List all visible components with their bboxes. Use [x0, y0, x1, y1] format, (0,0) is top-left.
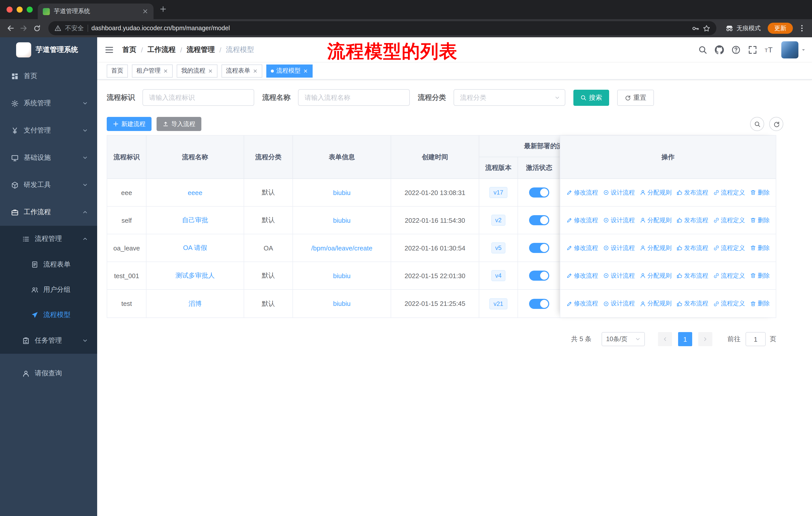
process-name-input[interactable] — [298, 89, 410, 106]
breadcrumb-link[interactable]: 首页 — [122, 45, 137, 54]
key-icon[interactable] — [692, 24, 699, 32]
traffic-light-zoom[interactable] — [27, 6, 33, 12]
tab-close-icon[interactable] — [142, 8, 148, 15]
action-process-definition[interactable]: 流程定义 — [713, 216, 745, 224]
github-icon[interactable] — [715, 45, 724, 54]
reset-button[interactable]: 重置 — [617, 89, 654, 106]
active-toggle[interactable] — [529, 299, 549, 309]
action-edit-process[interactable]: 修改流程 — [566, 271, 598, 280]
active-toggle[interactable] — [529, 243, 549, 253]
prev-page-button[interactable] — [658, 332, 672, 346]
import-process-button[interactable]: 导入流程 — [156, 117, 201, 131]
action-publish-process[interactable]: 发布流程 — [676, 271, 708, 280]
process-name-link[interactable]: 滔博 — [188, 299, 202, 308]
action-publish-process[interactable]: 发布流程 — [676, 188, 708, 197]
browser-tab[interactable]: 芋道管理系统 — [38, 3, 153, 19]
close-icon[interactable] — [163, 68, 168, 73]
traffic-light-minimize[interactable] — [17, 6, 23, 12]
action-delete[interactable]: 删除 — [750, 216, 770, 224]
action-assign-rule[interactable]: 分配规则 — [640, 244, 671, 252]
sidebar-item-home[interactable]: 首页 — [0, 62, 97, 90]
sidebar-item-leave-query[interactable]: 请假查询 — [0, 360, 22, 386]
action-assign-rule[interactable]: 分配规则 — [640, 216, 671, 224]
process-category-select[interactable]: 流程分类 — [454, 89, 565, 106]
action-delete[interactable]: 删除 — [750, 188, 770, 197]
action-edit-process[interactable]: 修改流程 — [566, 244, 598, 252]
action-design-process[interactable]: 设计流程 — [603, 244, 635, 252]
search-icon[interactable] — [698, 45, 707, 54]
close-icon[interactable] — [253, 68, 258, 73]
forward-icon[interactable] — [17, 22, 30, 35]
goto-page-input[interactable] — [746, 332, 766, 346]
active-toggle[interactable] — [529, 215, 549, 225]
action-publish-process[interactable]: 发布流程 — [676, 244, 708, 252]
bookmark-star-icon[interactable] — [703, 24, 710, 32]
toggle-search-button[interactable] — [750, 117, 764, 131]
user-menu[interactable] — [781, 41, 806, 58]
action-process-definition[interactable]: 流程定义 — [713, 271, 745, 280]
action-edit-process[interactable]: 修改流程 — [566, 188, 598, 197]
sidebar-item-process-form[interactable]: 流程表单 — [0, 252, 97, 277]
breadcrumb-link[interactable]: 工作流程 — [147, 45, 176, 54]
tag-tenant-management[interactable]: 租户管理 — [132, 64, 173, 77]
action-assign-rule[interactable]: 分配规则 — [640, 299, 671, 308]
sidebar-item-workflow[interactable]: 工作流程 — [0, 198, 97, 226]
action-assign-rule[interactable]: 分配规则 — [640, 271, 671, 280]
process-id-input[interactable] — [142, 89, 254, 106]
active-toggle[interactable] — [529, 271, 549, 281]
form-info-link[interactable]: biubiu — [333, 189, 350, 196]
chrome-update-button[interactable]: 更新 — [768, 23, 793, 34]
action-design-process[interactable]: 设计流程 — [603, 299, 635, 308]
action-assign-rule[interactable]: 分配规则 — [640, 188, 671, 197]
refresh-table-button[interactable] — [769, 117, 783, 131]
page-size-select[interactable]: 10条/页 — [602, 332, 645, 346]
action-process-definition[interactable]: 流程定义 — [713, 244, 745, 252]
action-publish-process[interactable]: 发布流程 — [676, 216, 708, 224]
address-bar[interactable]: 不安全 dashboard.yudao.iocoder.cn/bpm/manag… — [48, 21, 716, 35]
action-delete[interactable]: 删除 — [750, 299, 770, 308]
action-design-process[interactable]: 设计流程 — [603, 271, 635, 280]
action-design-process[interactable]: 设计流程 — [603, 216, 635, 224]
breadcrumb-link[interactable]: 流程管理 — [187, 45, 215, 54]
process-name-link[interactable]: eeee — [188, 189, 202, 196]
action-delete[interactable]: 删除 — [750, 271, 770, 280]
process-name-link[interactable]: 测试多审批人 — [175, 271, 215, 280]
sidebar-item-task-management[interactable]: 任务管理 — [0, 328, 97, 354]
traffic-light-close[interactable] — [6, 6, 12, 12]
action-design-process[interactable]: 设计流程 — [603, 188, 635, 197]
action-process-definition[interactable]: 流程定义 — [713, 299, 745, 308]
page-number-current[interactable]: 1 — [678, 332, 692, 346]
sidebar-collapse-icon[interactable] — [97, 45, 121, 54]
new-tab-button[interactable] — [160, 5, 167, 12]
sidebar-item-process-management[interactable]: 流程管理 — [0, 226, 97, 252]
next-page-button[interactable] — [698, 332, 712, 346]
tag-process-model[interactable]: 流程模型 — [266, 64, 313, 77]
form-info-link[interactable]: biubiu — [333, 216, 350, 224]
tag-process-form[interactable]: 流程表单 — [222, 64, 262, 77]
action-edit-process[interactable]: 修改流程 — [566, 299, 598, 308]
action-edit-process[interactable]: 修改流程 — [566, 216, 598, 224]
action-process-definition[interactable]: 流程定义 — [713, 188, 745, 197]
sidebar-item-infrastructure[interactable]: 基础设施 — [0, 144, 97, 171]
help-icon[interactable] — [731, 45, 741, 54]
tag-home[interactable]: 首页 — [107, 64, 128, 77]
active-toggle[interactable] — [529, 187, 549, 197]
sidebar-item-system[interactable]: 系统管理 — [0, 90, 97, 117]
action-delete[interactable]: 删除 — [750, 244, 770, 252]
fullscreen-icon[interactable] — [748, 45, 757, 54]
process-name-link[interactable]: 自己审批 — [182, 216, 208, 225]
back-icon[interactable] — [4, 22, 17, 35]
font-size-icon[interactable] — [765, 45, 774, 54]
sidebar-item-devtools[interactable]: 研发工具 — [0, 171, 97, 198]
browser-menu-icon[interactable] — [798, 24, 806, 32]
close-icon[interactable] — [303, 68, 308, 73]
sidebar-item-payment[interactable]: 支付管理 — [0, 117, 97, 144]
reload-icon[interactable] — [30, 22, 43, 35]
form-info-link[interactable]: biubiu — [333, 272, 350, 279]
action-publish-process[interactable]: 发布流程 — [676, 299, 708, 308]
incognito-indicator[interactable]: 无痕模式 — [725, 24, 761, 32]
close-icon[interactable] — [208, 68, 213, 73]
search-button[interactable]: 搜索 — [573, 89, 609, 106]
form-info-link[interactable]: /bpm/oa/leave/create — [311, 244, 373, 252]
form-info-link[interactable]: biubiu — [333, 300, 350, 307]
